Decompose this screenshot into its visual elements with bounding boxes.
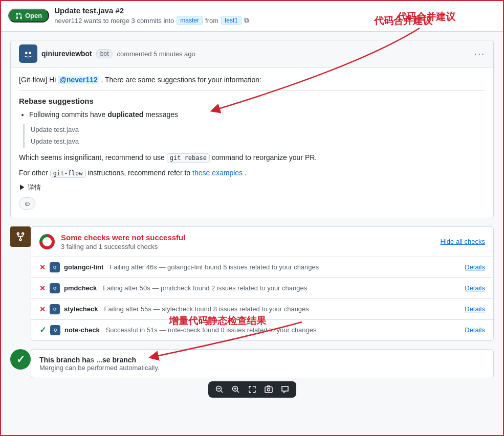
svg-line-7 (237, 391, 239, 393)
left-nav (10, 226, 31, 341)
merge-subtitle: Merging can be performed automatically. (39, 364, 160, 372)
check-ok-icon: ✓ (39, 325, 46, 335)
pr-title: Update test.java #2 (54, 6, 124, 15)
bold-duplicated: duplicated (107, 110, 143, 119)
check-desc-4: Successful in 51s — note-check found 0 i… (106, 326, 461, 334)
check-avatar-3: Q (50, 304, 60, 314)
toolbar-zoom-out[interactable] (215, 385, 224, 394)
checks-card: Some checks were not successful 3 failin… (31, 226, 494, 341)
prose1: Which seems insignificant, recommend to … (19, 152, 485, 163)
checks-subtitle: 3 failing and 1 successful checks (61, 243, 185, 250)
these-examples-link[interactable]: these examples (192, 169, 243, 177)
commenter-name: qiniureviewbot (41, 50, 92, 58)
details-link-1[interactable]: Details (465, 263, 485, 271)
merge-section-wrapper: ✓ This branch has ...se branch Merging c… (10, 349, 494, 378)
checks-title: Some checks were not successful (61, 233, 185, 242)
check-avatar-2: Q (50, 283, 60, 293)
merge-left-nav: ✓ (10, 349, 31, 378)
mention[interactable]: @never112 (58, 76, 99, 84)
rebase-title: Rebase suggestions (19, 97, 485, 105)
nav-merge-icon[interactable] (10, 226, 31, 247)
comment-intro: [Git-flow] Hi @never112 , There are some… (19, 76, 485, 84)
svg-line-4 (221, 391, 223, 393)
git-rebase-code: git rebase (167, 153, 210, 163)
checks-section-wrapper: Some checks were not successful 3 failin… (10, 226, 494, 341)
git-flow-code: git-flow (50, 169, 86, 178)
check-name-1: golangci-lint (64, 263, 103, 271)
copy-icon[interactable]: ⧉ (244, 16, 249, 25)
bot-avatar (19, 44, 37, 63)
check-name-3: stylecheck (64, 305, 98, 313)
check-x-icon-2: ✕ (39, 284, 46, 292)
check-row-style: ✕ Q stylecheck Failing after 55s — style… (31, 299, 493, 320)
comment-menu[interactable]: ··· (474, 49, 485, 59)
checks-header: Some checks were not successful 3 failin… (31, 227, 493, 257)
toolbar-fullscreen[interactable] (248, 385, 256, 394)
check-name-4: note-check (64, 326, 100, 334)
check-row-pmd: ✕ Q pmdcheck Failing after 50s — pmdchec… (31, 278, 493, 299)
svg-rect-10 (265, 387, 272, 393)
check-name-2: pmdcheck (64, 284, 97, 292)
commit1: Update test.java (31, 124, 485, 135)
partial-status-inner (42, 237, 52, 246)
bullet-list: Following commits have duplicated messag… (19, 110, 485, 119)
hide-all-checks-link[interactable]: Hide all checks (441, 238, 485, 245)
commit2: Update test.java (31, 135, 485, 147)
svg-point-2 (29, 52, 31, 54)
check-desc-1: Failing after 46s — golangci-lint found … (109, 263, 461, 271)
details-link-3[interactable]: Details (465, 305, 485, 313)
check-desc-2: Failing after 50s — pmdcheck found 2 iss… (103, 284, 461, 292)
checks-header-left: Some checks were not successful 3 failin… (39, 233, 185, 250)
pr-open-badge[interactable]: Open (8, 9, 49, 22)
bullet-item: Following commits have duplicated messag… (29, 110, 485, 119)
comment-time: commented 5 minutes ago (117, 50, 195, 58)
toolbar-comment[interactable] (281, 385, 289, 394)
comment-header-left: qiniureviewbot bot commented 5 minutes a… (19, 44, 195, 63)
master-branch[interactable]: master (177, 16, 203, 25)
details-toggle[interactable]: ▶ 详情 (19, 183, 485, 192)
bot-label: bot (96, 49, 113, 58)
pr-header: Open Update test.java #2 never112 wants … (0, 0, 504, 32)
svg-point-11 (267, 388, 270, 391)
svg-point-1 (25, 52, 28, 54)
comment-body: [Git-flow] Hi @never112 , There are some… (11, 67, 493, 218)
check-row-golangci: ✕ Q golangci-lint Failing after 46s — go… (31, 257, 493, 278)
check-avatar-1: Q (50, 262, 60, 272)
check-x-icon-3: ✕ (39, 305, 46, 313)
divider (19, 90, 485, 90)
check-row-note: ✓ Q note-check Successful in 51s — note-… (31, 320, 493, 340)
pr-title-section: Update test.java #2 never112 wants to me… (54, 6, 249, 25)
check-avatar-4: Q (50, 325, 60, 335)
pr-subtitle: never112 wants to merge 3 commits into m… (54, 16, 249, 25)
merge-ok-icon: ✓ (10, 349, 31, 370)
merge-card: This branch has ...se branch Merging can… (31, 349, 494, 378)
main-content: qiniureviewbot bot commented 5 minutes a… (0, 32, 504, 386)
check-desc-3: Failing after 55s — stylecheck found 8 i… (104, 305, 461, 313)
details-link-2[interactable]: Details (465, 284, 485, 292)
prose2: For other git-flow instructions, recomme… (19, 167, 485, 178)
comment-card: qiniureviewbot bot commented 5 minutes a… (10, 40, 494, 218)
merge-title: This branch has ...se branch (39, 356, 160, 364)
checks-title-group: Some checks were not successful 3 failin… (61, 233, 185, 250)
merge-text: This branch has ...se branch Merging can… (39, 356, 160, 372)
commit-quotes: Update test.java Update test.java (23, 124, 485, 148)
floating-toolbar (208, 381, 296, 398)
details-link-4[interactable]: Details (465, 326, 485, 334)
toolbar-zoom-in[interactable] (232, 385, 240, 394)
check-x-icon-1: ✕ (39, 263, 46, 271)
emoji-reaction[interactable]: ☺ (19, 197, 35, 210)
open-label: Open (25, 12, 42, 19)
svg-rect-0 (23, 48, 34, 59)
merge-check-icon: ✓ (16, 353, 25, 365)
comment-header: qiniureviewbot bot commented 5 minutes a… (11, 40, 493, 67)
partial-status-icon (39, 234, 55, 249)
toolbar-screenshot[interactable] (265, 385, 273, 394)
test-branch[interactable]: test1 (221, 16, 242, 25)
